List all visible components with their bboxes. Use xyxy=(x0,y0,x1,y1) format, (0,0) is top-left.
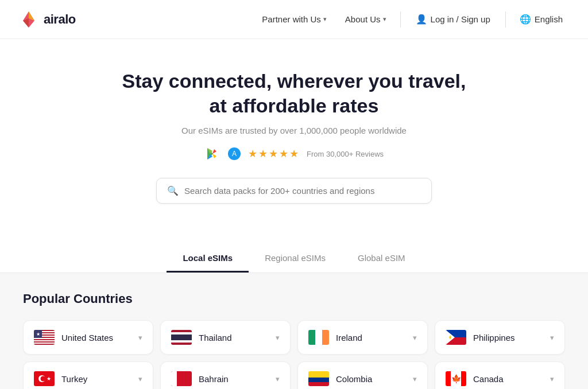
svg-rect-15 xyxy=(315,330,322,345)
svg-rect-30 xyxy=(308,382,329,386)
hero-subtitle: Our eSIMs are trusted by over 1,000,000 … xyxy=(11,126,577,135)
partner-chevron-icon: ▾ xyxy=(323,15,327,23)
svg-text:★: ★ xyxy=(36,332,40,337)
svg-rect-8 xyxy=(34,343,55,344)
svg-text:A: A xyxy=(232,150,237,158)
card-chevron-icon: ▾ xyxy=(276,333,280,342)
country-name: Colombia xyxy=(336,374,372,384)
card-chevron-icon: ▾ xyxy=(138,375,142,383)
svg-rect-32 xyxy=(446,371,451,386)
star-2: ★ xyxy=(258,147,268,160)
svg-rect-6 xyxy=(34,338,55,339)
country-left: ★ United States xyxy=(34,330,113,345)
tab-regional-esims[interactable]: Regional eSIMs xyxy=(249,245,342,273)
country-card[interactable]: ★ Turkey ▾ xyxy=(23,361,153,389)
country-name: United States xyxy=(61,333,113,343)
tab-local-esims[interactable]: Local eSIMs xyxy=(167,245,249,273)
star-half: ★ xyxy=(289,147,299,160)
svg-rect-28 xyxy=(308,371,329,378)
star-rating: ★ ★ ★ ★ ★ xyxy=(248,147,299,160)
logo-text: airalo xyxy=(44,12,76,27)
svg-text:★: ★ xyxy=(47,376,51,382)
hero-title: Stay connected, wherever you travel, at … xyxy=(11,69,577,118)
svg-rect-29 xyxy=(308,378,329,382)
about-chevron-icon: ▾ xyxy=(383,15,386,23)
countries-grid: ★ United States ▾ Thailand ▾ Ireland ▾ xyxy=(23,320,565,389)
star-4: ★ xyxy=(279,147,288,160)
country-name: Bahrain xyxy=(199,374,229,384)
card-chevron-icon: ▾ xyxy=(276,375,280,383)
country-left: 🍁 Canada xyxy=(446,371,504,386)
country-card[interactable]: ★ United States ▾ xyxy=(23,320,153,355)
globe-icon: 🌐 xyxy=(520,14,531,25)
card-chevron-icon: ▾ xyxy=(550,333,554,342)
google-play-badge[interactable] xyxy=(204,146,220,162)
google-play-icon xyxy=(206,147,219,161)
flag-th-icon xyxy=(171,330,192,345)
flag-ie-icon xyxy=(308,330,329,345)
nav: Partner with Us ▾ About Us ▾ 👤 Log in / … xyxy=(255,9,570,29)
popular-countries-section: Popular Countries ★ United States ▾ Thai… xyxy=(0,273,588,389)
partner-with-us-nav[interactable]: Partner with Us ▾ xyxy=(255,10,334,29)
svg-rect-26 xyxy=(171,371,177,386)
star-3: ★ xyxy=(269,147,278,160)
about-label: About Us xyxy=(345,14,381,24)
search-input[interactable] xyxy=(184,186,421,196)
country-card[interactable]: Philippines ▾ xyxy=(435,320,565,355)
country-left: Philippines xyxy=(446,330,515,345)
search-container: 🔍 xyxy=(11,178,577,204)
partner-label: Partner with Us xyxy=(262,14,321,24)
country-left: Thailand xyxy=(171,330,232,345)
country-name: Turkey xyxy=(61,374,87,384)
search-box: 🔍 xyxy=(156,178,432,204)
reviews-text: From 30,000+ Reviews xyxy=(307,150,384,158)
country-name: Philippines xyxy=(473,333,515,343)
header: airalo Partner with Us ▾ About Us ▾ 👤 Lo… xyxy=(0,0,588,39)
search-icon: 🔍 xyxy=(167,185,179,196)
svg-rect-33 xyxy=(461,371,466,386)
svg-rect-7 xyxy=(34,340,55,341)
login-button[interactable]: 👤 Log in / Sign up xyxy=(408,9,498,29)
logo-icon xyxy=(18,9,39,30)
country-card[interactable]: Colombia ▾ xyxy=(297,361,428,389)
app-store-badge[interactable]: A xyxy=(226,146,242,162)
app-store-icon: A xyxy=(227,147,241,161)
country-left: ★ Turkey xyxy=(34,371,87,386)
country-left: Ireland xyxy=(308,330,362,345)
card-chevron-icon: ▾ xyxy=(413,375,417,383)
card-chevron-icon: ▾ xyxy=(413,333,417,342)
about-us-nav[interactable]: About Us ▾ xyxy=(338,10,393,29)
country-name: Canada xyxy=(473,374,504,384)
logo[interactable]: airalo xyxy=(18,9,76,30)
login-label: Log in / Sign up xyxy=(431,14,490,24)
country-card[interactable]: Thailand ▾ xyxy=(160,320,291,355)
user-icon: 👤 xyxy=(416,14,427,25)
flag-bh-icon xyxy=(171,371,192,386)
flag-co-icon xyxy=(308,371,329,386)
hero-section: Stay connected, wherever you travel, at … xyxy=(0,39,588,245)
language-selector[interactable]: 🌐 English xyxy=(513,9,570,29)
country-name: Ireland xyxy=(336,333,362,343)
tab-global-esim[interactable]: Global eSIM xyxy=(342,245,421,273)
flag-ca-icon: 🍁 xyxy=(446,371,466,386)
flag-us-icon: ★ xyxy=(34,330,55,345)
tabs-container: Local eSIMs Regional eSIMs Global eSIM xyxy=(0,245,588,273)
country-left: Colombia xyxy=(308,371,372,386)
nav-divider xyxy=(400,11,401,28)
flag-ph-icon xyxy=(446,330,466,345)
country-name: Thailand xyxy=(199,333,232,343)
country-card[interactable]: 🍁 Canada ▾ xyxy=(435,361,565,389)
nav-divider-2 xyxy=(505,11,506,28)
star-1: ★ xyxy=(248,147,257,160)
flag-tr-icon: ★ xyxy=(34,371,55,386)
svg-point-23 xyxy=(41,376,46,382)
card-chevron-icon: ▾ xyxy=(550,375,554,383)
language-label: English xyxy=(535,14,563,24)
country-card[interactable]: Bahrain ▾ xyxy=(160,361,291,389)
country-left: Bahrain xyxy=(171,371,229,386)
card-chevron-icon: ▾ xyxy=(138,333,142,342)
popular-countries-title: Popular Countries xyxy=(23,291,565,306)
svg-rect-13 xyxy=(171,334,192,340)
svg-text:🍁: 🍁 xyxy=(451,374,462,384)
country-card[interactable]: Ireland ▾ xyxy=(297,320,428,355)
